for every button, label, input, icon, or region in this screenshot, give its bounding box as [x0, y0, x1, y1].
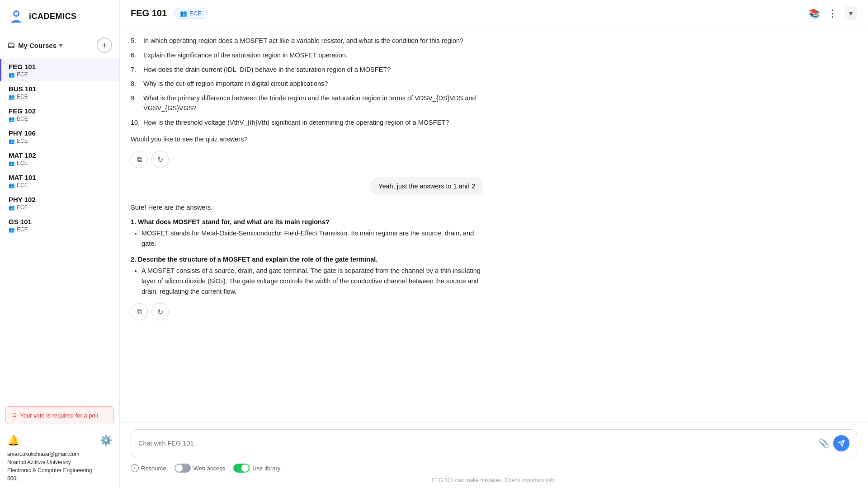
svg-point-1 [14, 12, 18, 15]
sidebar-item-phy-102[interactable]: PHY 102 👥 ECE [0, 192, 119, 214]
course-dept: 👥 ECE [9, 116, 112, 122]
main-content: FEG 101 👥 ECE 📚 ⋮ ▾ 5.In which operating… [120, 0, 868, 488]
answer-2-bullets: A MOSFET consists of a source, drain, an… [131, 266, 483, 297]
user-level: 600L [7, 474, 112, 483]
page-title: FEG 101 [131, 8, 167, 19]
question-item: 10.How is the threshold voltage (VthV_{t… [131, 118, 483, 128]
course-name: BUS 101 [9, 85, 112, 93]
dept-icon: 👥 [9, 227, 15, 233]
disclaimer: FEG 101 can make mistakes. Check importa… [131, 474, 857, 483]
course-name: GS 101 [9, 218, 112, 225]
answer-1-bullets: MOSFET stands for Metal-Oxide-Semiconduc… [131, 228, 483, 249]
user-email: smart.okolichiaza@gmail.com [7, 450, 112, 458]
question-text: Explain the significance of the saturati… [143, 51, 348, 61]
web-access-toggle[interactable] [175, 464, 191, 473]
course-list: FEG 101 👥 ECE BUS 101 👥 ECE FEG 102 👥 EC… [0, 57, 119, 402]
question-text: How does the drain current (IDL_DID) beh… [143, 65, 391, 75]
question-text: Why is the cut-off region important in d… [143, 79, 328, 89]
dropdown-button[interactable]: ▾ [844, 6, 857, 20]
chat-content: 5.In which operating region does a MOSFE… [131, 36, 483, 320]
course-name: MAT 102 [9, 151, 112, 159]
question-number: 7. [131, 65, 141, 75]
add-course-button[interactable]: + [97, 38, 112, 53]
sidebar-item-phy-106[interactable]: PHY 106 👥 ECE [0, 126, 119, 148]
sidebar-item-feg-102[interactable]: FEG 102 👥 ECE [0, 103, 119, 126]
question-text: How is the threshold voltage (VthV_{th}V… [143, 118, 449, 128]
chat-input-box: 📎 [131, 429, 857, 457]
course-dept: 👥 ECE [9, 160, 112, 166]
sidebar-item-feg-101[interactable]: FEG 101 👥 ECE [0, 59, 119, 81]
question-number: 10. [131, 118, 141, 128]
user-department: Electronic & Computer Engineering [7, 466, 112, 474]
web-access-toggle-group: Web access [175, 464, 226, 473]
sidebar-header: iCADEMICS [0, 0, 119, 31]
user-icons-row: 🔔 ⚙️ [7, 435, 112, 446]
ece-label: ECE [189, 10, 202, 17]
question-item: 7.How does the drain current (IDL_DID) b… [131, 65, 483, 75]
sidebar-item-mat-102[interactable]: MAT 102 👥 ECE [0, 148, 119, 170]
chat-toolbar: + Resource Web access Use library [131, 462, 857, 474]
sidebar-item-mat-101[interactable]: MAT 101 👥 ECE [0, 170, 119, 192]
use-library-toggle[interactable] [233, 464, 250, 473]
chat-input-area: 📎 + Resource Web access [120, 422, 868, 488]
course-name: PHY 106 [9, 129, 112, 137]
question-text: What is the primary difference between t… [143, 94, 483, 113]
logo-area: iCADEMICS [7, 7, 77, 25]
question-text: In which operating region does a MOSFET … [143, 36, 463, 46]
answer-2: 2. Describe the structure of a MOSFET an… [131, 256, 483, 297]
logo-icon [7, 7, 25, 25]
ai-response: Sure! Here are the answers. 1. What does… [131, 202, 483, 320]
course-dept: 👥 ECE [9, 138, 112, 144]
user-message: Yeah, just the answers to 1 and 2 [131, 177, 483, 195]
ai-intro: Sure! Here are the answers. [131, 202, 483, 213]
question-item: 8.Why is the cut-off region important in… [131, 79, 483, 89]
question-number: 8. [131, 79, 141, 89]
ece-icon: 👥 [180, 10, 187, 17]
action-buttons-1: ⧉ ↻ [131, 151, 483, 168]
copy-button-2[interactable]: ⧉ [131, 303, 148, 320]
sidebar-item-gs-101[interactable]: GS 101 👥 ECE [0, 214, 119, 236]
course-dept: 👥 ECE [9, 182, 112, 188]
library-button[interactable]: 📚 [809, 8, 820, 19]
sidebar-item-bus-101[interactable]: BUS 101 👥 ECE [0, 81, 119, 103]
folder-icon: 🗂 [7, 41, 15, 50]
refresh-button-2[interactable]: ↻ [151, 303, 169, 320]
my-courses-button[interactable]: 🗂 My Courses ▾ [7, 41, 62, 50]
user-university: Nnamdi Azikiwe University [7, 458, 112, 466]
ece-badge: 👥 ECE [174, 8, 208, 19]
resource-button[interactable]: + Resource [131, 464, 166, 472]
my-courses-row: 🗂 My Courses ▾ + [0, 31, 119, 57]
copy-button-1[interactable]: ⧉ [131, 151, 148, 168]
question-item: 9.What is the primary difference between… [131, 94, 483, 113]
refresh-button-1[interactable]: ↻ [151, 151, 169, 168]
attach-button[interactable]: 📎 [818, 438, 830, 449]
course-dept: 👥 ECE [9, 94, 112, 100]
send-button[interactable] [833, 435, 849, 451]
poll-banner[interactable]: ≡ Your vote is required for a poll [5, 406, 114, 424]
settings-button[interactable]: ⚙️ [100, 435, 112, 446]
more-options-button[interactable]: ⋮ [827, 8, 837, 19]
course-name: FEG 102 [9, 107, 112, 115]
sidebar: iCADEMICS 🗂 My Courses ▾ + FEG 101 👥 ECE… [0, 0, 120, 488]
chat-area: 5.In which operating region does a MOSFE… [120, 27, 868, 422]
chat-input[interactable] [138, 440, 815, 447]
course-dept: 👥 ECE [9, 71, 112, 78]
web-access-label: Web access [193, 465, 226, 472]
answer-2-bullet-1: A MOSFET consists of a source, drain, an… [142, 266, 483, 297]
web-access-knob [175, 465, 183, 472]
send-icon [838, 440, 845, 447]
resource-label: Resource [141, 465, 166, 472]
poll-text: Your vote is required for a poll [20, 412, 98, 419]
quiz-prompt: Would you like to see the quiz answers? [131, 135, 483, 145]
question-number: 6. [131, 51, 141, 61]
question-item: 6.Explain the significance of the satura… [131, 51, 483, 61]
answer-2-title: 2. Describe the structure of a MOSFET an… [131, 256, 483, 263]
dept-icon: 👥 [9, 116, 15, 122]
use-library-label: Use library [252, 465, 280, 472]
use-library-toggle-group: Use library [233, 464, 280, 473]
question-number: 5. [131, 36, 141, 46]
dept-icon: 👥 [9, 138, 15, 144]
dept-icon: 👥 [9, 205, 15, 211]
notifications-button[interactable]: 🔔 [7, 435, 19, 446]
app-name: iCADEMICS [29, 12, 77, 21]
